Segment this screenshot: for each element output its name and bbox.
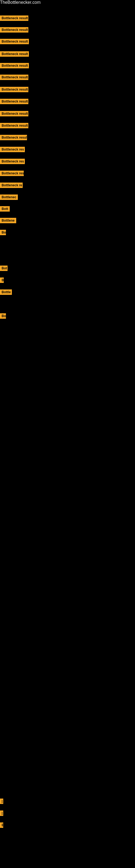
badge-label: Bottleneck result [0,99,28,104]
badge-label: Bottleneck result [0,39,29,44]
badge-label: Bottleneck result [0,135,27,140]
badge-label: Bottleneck res [0,170,24,176]
badge-label: Bottleneck result [0,27,28,33]
badge-label: Bottlene [0,218,16,223]
bottleneck-result-badge: Bottleneck result [0,74,28,81]
bottleneck-result-badge: Bo [0,313,6,320]
bottleneck-result-badge: Bottlene [0,218,16,224]
badge-label: Bottleneck res [0,159,25,164]
bottleneck-result-badge: Bottleneck result [0,16,28,22]
bottleneck-result-badge: Bottleneck re [0,183,23,189]
bottleneck-result-badge: | [0,810,3,817]
badge-label: Bo [0,230,6,235]
site-title: TheBottlenecker.com [0,0,135,5]
badge-label: Bot [0,266,8,271]
bottleneck-result-badge: E [0,823,3,829]
bottleneck-result-badge: Bottleneck result [0,99,28,105]
badge-label: | [0,799,3,804]
badge-label: | [0,810,3,816]
bottleneck-result-badge: Bottleneck res [0,170,24,177]
bottleneck-result-badge: Bottleneck res [0,147,25,153]
bottleneck-result-badge: Bottleneck result [0,135,27,141]
badge-label: Bottlenec [0,194,18,200]
bottleneck-result-badge: | [0,799,3,805]
badge-label: Bottleneck result [0,74,28,80]
bottleneck-result-badge: Bottleneck res [0,159,25,165]
badge-label: Bo [0,313,6,319]
bottleneck-result-badge: Bottle [0,289,12,296]
badge-label: Bottleneck res [0,147,25,152]
bottleneck-result-badge: Bottleneck result [0,111,28,118]
bottleneck-result-badge: Bottleneck result [0,123,28,129]
bottleneck-result-badge: Bot [0,266,8,272]
bottleneck-result-badge: B [0,278,4,284]
bottleneck-result-badge: Bottleneck result [0,51,29,58]
badge-label: Bottleneck result [0,111,28,116]
badge-label: Bottleneck result [0,51,29,57]
badge-label: Bottleneck result [0,87,28,92]
bottleneck-result-badge: Bo [0,230,6,236]
badge-label: E [0,823,3,828]
badge-label: Bottleneck result [0,16,28,21]
badge-label: B [0,278,4,283]
badge-label: Bottleneck re [0,183,23,188]
bottleneck-result-badge: Bottleneck result [0,87,28,93]
badge-label: Bottleneck result [0,123,28,128]
bottleneck-result-badge: Bottleneck result [0,63,29,69]
bottleneck-result-badge: Bottleneck result [0,27,28,34]
bottleneck-result-badge: Bott [0,206,10,213]
badge-label: Bottleneck result [0,63,29,68]
badge-label: Bott [0,206,10,212]
bottleneck-result-badge: Bottlenec [0,194,18,201]
badge-label: Bottle [0,289,12,295]
bottleneck-result-badge: Bottleneck result [0,39,29,45]
